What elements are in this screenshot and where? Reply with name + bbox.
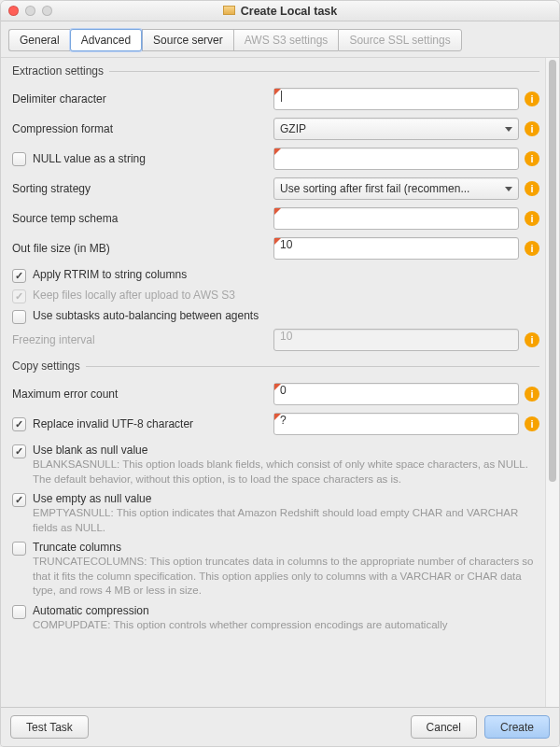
tab-source-server[interactable]: Source server (142, 29, 233, 51)
input-null-string[interactable] (273, 148, 519, 170)
info-icon[interactable]: i (525, 92, 539, 106)
legend-extraction: Extraction settings (12, 64, 109, 78)
info-icon[interactable]: i (525, 211, 539, 226)
required-marker-icon (274, 208, 281, 215)
input-replace-char[interactable]: ? (273, 413, 519, 435)
checkbox-null-string[interactable] (12, 152, 26, 166)
info-icon[interactable]: i (525, 121, 539, 136)
info-icon[interactable]: i (525, 241, 539, 256)
info-icon[interactable]: i (525, 332, 539, 347)
create-button[interactable]: Create (484, 715, 550, 739)
tab-aws-s3: AWS S3 settings (233, 29, 339, 51)
input-freezing: 10 (273, 329, 519, 351)
fieldset-copy: Copy settings Maximum error count 0 i (12, 359, 539, 634)
select-sorting[interactable]: Use sorting after first fail (recommen..… (273, 177, 519, 200)
desc-blank-null: BLANKSASNULL: This option loads blank fi… (33, 458, 539, 486)
checkbox-keep-files (12, 289, 26, 303)
label-freezing: Freezing interval (12, 333, 273, 346)
close-icon[interactable] (8, 6, 19, 16)
label-blank-null: Use blank as null value (33, 444, 539, 457)
package-icon (223, 6, 235, 15)
select-compression[interactable]: GZIP (273, 118, 519, 140)
required-marker-icon (274, 384, 281, 390)
info-icon[interactable]: i (525, 151, 539, 166)
test-task-button[interactable]: Test Task (10, 715, 89, 739)
cancel-button[interactable]: Cancel (411, 715, 477, 739)
info-icon[interactable]: i (525, 181, 539, 196)
checkbox-empty-null[interactable] (12, 493, 26, 507)
input-temp-schema[interactable] (273, 207, 519, 230)
info-icon[interactable]: i (525, 416, 539, 431)
required-marker-icon (274, 238, 281, 245)
minimize-icon[interactable] (25, 6, 35, 16)
checkbox-rtrim[interactable] (12, 269, 26, 283)
footer: Test Task Cancel Create (1, 707, 559, 746)
window-title: Create Local task (241, 5, 338, 18)
label-keep-files: Keep files locally after upload to AWS S… (33, 289, 235, 302)
dialog-window: Create Local task General Advanced Sourc… (0, 0, 560, 747)
required-marker-icon (274, 89, 281, 95)
input-max-error[interactable]: 0 (273, 383, 519, 405)
tab-source-ssl: Source SSL settings (338, 29, 461, 51)
label-truncate: Truncate columns (33, 541, 539, 554)
label-replace-utf8: Replace invalid UTF-8 character (33, 417, 193, 430)
label-subtasks: Use subtasks auto-balancing between agen… (33, 309, 259, 322)
required-marker-icon (274, 148, 281, 155)
checkbox-replace-utf8[interactable] (12, 417, 26, 431)
label-out-size: Out file size (in MB) (12, 242, 273, 255)
label-sorting: Sorting strategy (12, 182, 273, 195)
desc-truncate: TRUNCATECOLUMNS: This option truncates d… (33, 555, 539, 599)
fieldset-extraction: Extraction settings Delimiter character … (12, 64, 539, 356)
desc-auto-compress: COMPUPDATE: This option controls whether… (33, 618, 539, 633)
content-area: Extraction settings Delimiter character … (1, 58, 545, 707)
label-temp-schema: Source temp schema (12, 212, 273, 225)
titlebar: Create Local task (1, 1, 559, 21)
desc-empty-null: EMPTYASNULL: This option indicates that … (33, 506, 539, 535)
scrollbar-thumb[interactable] (549, 60, 556, 482)
checkbox-blank-null[interactable] (12, 444, 26, 458)
chevron-down-icon (505, 127, 512, 132)
label-auto-compress: Automatic compression (33, 604, 539, 617)
info-icon[interactable]: i (525, 387, 539, 402)
window-controls (8, 6, 52, 16)
label-rtrim: Apply RTRIM to string columns (33, 268, 187, 281)
input-out-size[interactable]: 10 (273, 237, 519, 260)
scrollbar[interactable] (545, 58, 559, 707)
tab-advanced[interactable]: Advanced (70, 29, 142, 51)
chevron-down-icon (505, 187, 512, 191)
required-marker-icon (274, 414, 281, 420)
label-empty-null: Use empty as null value (33, 492, 539, 505)
zoom-icon[interactable] (42, 6, 52, 16)
legend-copy: Copy settings (12, 359, 86, 373)
checkbox-subtasks[interactable] (12, 310, 26, 324)
tab-bar: General Advanced Source server AWS S3 se… (8, 29, 552, 51)
checkbox-truncate[interactable] (12, 542, 26, 556)
checkbox-auto-compress[interactable] (12, 605, 26, 619)
label-null-string: NULL value as a string (33, 152, 146, 165)
label-max-error: Maximum error count (12, 388, 273, 401)
label-delimiter: Delimiter character (12, 92, 273, 106)
input-delimiter[interactable]: | (273, 88, 519, 110)
label-compression: Compression format (12, 122, 273, 135)
tab-general[interactable]: General (8, 29, 70, 51)
